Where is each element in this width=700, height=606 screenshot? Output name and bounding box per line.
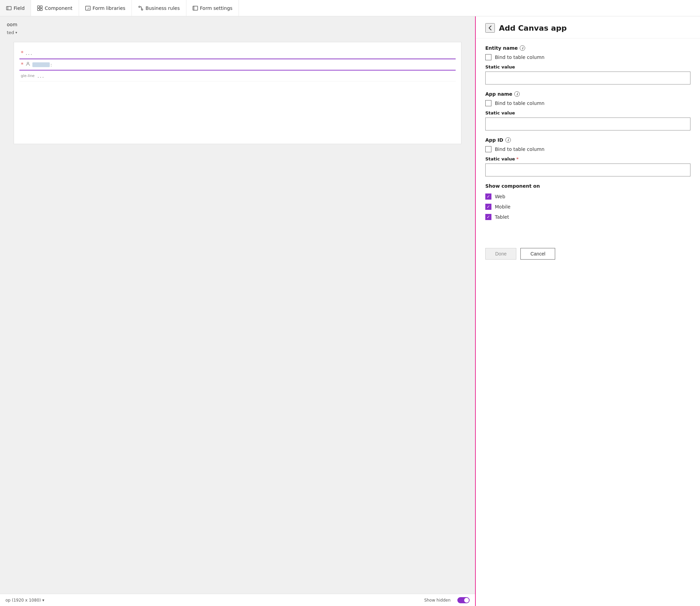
show-component-section: Show component on Web Mobile Tablet [485,183,690,224]
entity-name-label: Entity name i [485,45,690,51]
tablet-checkbox-row: Tablet [485,214,690,220]
tablet-label: Tablet [495,214,509,220]
done-button[interactable]: Done [485,248,516,260]
nav-label-field: Field [14,5,25,11]
mobile-checkbox[interactable] [485,204,491,210]
svg-point-8 [139,6,140,7]
panel-header: Add Canvas app [476,16,700,38]
panel-footer: Done Cancel [476,241,700,260]
entity-name-info-icon[interactable]: i [520,45,525,51]
app-id-static-label: Static value * [485,156,690,161]
entity-name-bind-checkbox[interactable] [485,54,491,60]
tablet-checkbox[interactable] [485,214,491,220]
app-id-bind-row: Bind to table column [485,146,690,152]
main-area: oom ted ▾ * ... * [0,16,700,606]
dropdown-chevron-icon[interactable]: ▾ [15,31,17,34]
nav-label-form-settings: Form settings [200,5,233,11]
nav-label-business-rules: Business rules [146,5,180,11]
cancel-button[interactable]: Cancel [520,248,555,260]
app-id-label: App ID i [485,137,690,143]
app-id-required-star: * [516,156,519,161]
svg-rect-0 [6,6,11,10]
svg-rect-2 [37,6,40,8]
panel-title: Add Canvas app [499,24,567,32]
blurred-field-text: blurred [32,62,50,67]
nav-item-business-rules[interactable]: Business rules [132,0,186,16]
field-row-singleline: gle-line ... [19,71,456,81]
dropdown-label: ted [7,30,14,35]
entity-name-static-text: Static value [485,64,515,69]
svg-rect-13 [193,6,198,10]
app-name-info-icon[interactable]: i [514,91,520,97]
panel-body: Entity name i Bind to table column Stati… [476,38,700,238]
entity-name-static-label: Static value [485,64,690,69]
app-name-input[interactable] [485,118,690,130]
svg-rect-3 [40,6,42,8]
resolution-dropdown[interactable]: op (1920 x 1080) ▾ [5,598,44,603]
web-checkbox-row: Web [485,193,690,200]
nav-item-form-settings[interactable]: Form settings [186,0,239,16]
resolution-chevron-icon: ▾ [42,598,44,603]
app-name-bind-label: Bind to table column [495,100,545,106]
component-icon [37,5,43,11]
settings-icon [193,5,198,11]
app-id-bind-label: Bind to table column [495,146,545,152]
show-hidden-label: Show hidden [424,598,451,603]
nav-label-component: Component [45,5,72,11]
top-navigation: Field Component js Form libraries [0,0,700,16]
entity-name-bind-label: Bind to table column [495,55,545,60]
rules-icon [138,5,143,11]
user-icon [26,62,30,67]
form-editor: oom ted ▾ * ... * [0,16,475,606]
show-component-label: Show component on [485,183,690,189]
entity-name-bind-row: Bind to table column [485,54,690,60]
right-panel: Add Canvas app Entity name i Bind to tab… [475,16,700,606]
web-label: Web [495,194,505,199]
app-name-bind-checkbox[interactable] [485,100,491,106]
app-id-text: App ID [485,137,503,143]
entity-name-section: Entity name i Bind to table column Stati… [485,45,690,84]
nav-item-form-libraries[interactable]: js Form libraries [79,0,132,16]
svg-rect-5 [40,9,42,11]
bottom-status-bar: op (1920 x 1080) ▾ Show hidden [0,594,475,606]
field-row-dots-1: * ... [19,48,456,59]
show-hidden-toggle[interactable] [457,597,470,603]
app-id-info-icon[interactable]: i [505,137,511,143]
nav-item-field[interactable]: Field [0,0,31,16]
section-name: oom [7,22,17,27]
mobile-label: Mobile [495,204,511,209]
form-editor-inner: * ... * blurred : [14,42,461,144]
nav-label-form-libraries: Form libraries [93,5,125,11]
libraries-icon: js [85,5,91,11]
svg-text:js: js [87,7,89,10]
app-name-static-label: Static value [485,110,690,115]
app-name-label: App name i [485,91,690,97]
back-button[interactable] [485,23,495,33]
app-id-section: App ID i Bind to table column Static val… [485,137,690,176]
field-row-user[interactable]: * blurred : [19,59,456,71]
app-id-input[interactable] [485,164,690,176]
field-dots-1: ... [26,50,33,56]
required-indicator-1: * [21,50,24,56]
svg-point-15 [27,62,29,64]
field-type-label: gle-line [21,74,35,78]
app-id-bind-checkbox[interactable] [485,146,491,152]
field-icon [6,5,12,11]
app-name-text: App name [485,91,512,97]
app-name-static-text: Static value [485,110,515,115]
field-dots-3: ... [37,73,45,79]
app-name-bind-row: Bind to table column [485,100,690,106]
app-name-section: App name i Bind to table column Static v… [485,91,690,130]
web-checkbox[interactable] [485,193,491,200]
required-indicator-2: * [21,61,24,68]
app-id-static-text: Static value [485,156,515,161]
mobile-checkbox-row: Mobile [485,204,690,210]
entity-name-text: Entity name [485,45,518,51]
nav-item-component[interactable]: Component [31,0,79,16]
colon-separator: : [50,62,52,67]
resolution-text: op (1920 x 1080) [5,598,41,603]
entity-name-input[interactable] [485,72,690,84]
svg-rect-4 [37,9,40,11]
